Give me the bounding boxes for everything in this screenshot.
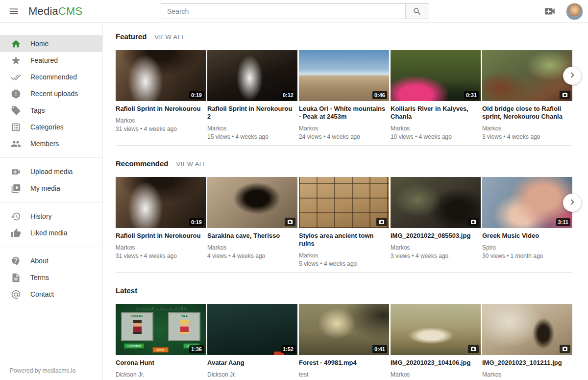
media-title[interactable]: IMG_20201023_104106.jpg bbox=[391, 359, 481, 367]
sidebar-item-about[interactable]: About bbox=[0, 253, 102, 269]
media-title[interactable]: Greek Music Video bbox=[482, 232, 572, 240]
duration-badge: 3:11 bbox=[556, 218, 570, 226]
section-header: Latest bbox=[116, 286, 588, 295]
media-card[interactable]: 0:19 Rafioli Sprint in Nerokourou Markos… bbox=[116, 50, 206, 140]
media-card[interactable]: IMG_20201023_101211.jpg Markos 4 views •… bbox=[482, 304, 572, 380]
media-author[interactable]: Markos bbox=[207, 245, 297, 251]
sidebar-item-categories[interactable]: Categories bbox=[0, 119, 102, 135]
character-sprite bbox=[133, 320, 142, 334]
search-icon bbox=[413, 7, 422, 16]
upload-media-button[interactable] bbox=[541, 3, 558, 20]
media-title[interactable]: Avatar Aang bbox=[207, 359, 297, 367]
sidebar-item-upload-media[interactable]: Upload media bbox=[0, 163, 102, 180]
sidebar-item-history[interactable]: History bbox=[0, 208, 102, 225]
sidebar-item-tags[interactable]: Tags bbox=[0, 102, 102, 119]
media-title[interactable]: Stylos area ancient town ruins bbox=[299, 232, 389, 248]
section-divider bbox=[116, 272, 572, 273]
media-thumbnail[interactable] bbox=[207, 177, 297, 228]
sidebar-item-contact[interactable]: Contact bbox=[0, 286, 102, 303]
sidebar-item-recommended[interactable]: Recommended bbox=[0, 69, 102, 85]
media-card[interactable]: 0:19 Rafioli Sprint in Nerokourou Markos… bbox=[116, 177, 206, 267]
media-author[interactable]: Markos bbox=[116, 245, 206, 251]
media-thumbnail[interactable]: 0:19 bbox=[116, 50, 206, 101]
media-thumbnail[interactable]: 0:31 bbox=[391, 50, 481, 101]
search-button[interactable] bbox=[405, 4, 429, 19]
sidebar-item-recent-uploads[interactable]: Recent uploads bbox=[0, 85, 102, 102]
media-thumbnail[interactable]: 0:46 bbox=[299, 50, 389, 101]
media-title[interactable]: Corona Hunt bbox=[116, 359, 206, 367]
media-title[interactable]: IMG_20201023_101211.jpg bbox=[482, 359, 572, 367]
media-author[interactable]: Markos bbox=[299, 253, 389, 259]
media-card[interactable]: 0:46 Leuka Ori - White mountains - Peak … bbox=[299, 50, 389, 140]
media-title[interactable]: Leuka Ori - White mountains - Peak at 24… bbox=[299, 105, 389, 121]
video-library-icon bbox=[10, 182, 22, 194]
categories-icon bbox=[10, 121, 22, 133]
media-thumbnail[interactable] bbox=[482, 50, 572, 101]
media-author[interactable]: test bbox=[299, 372, 389, 378]
next-arrow-button[interactable] bbox=[563, 67, 581, 85]
media-title[interactable]: Old bridge close to Rafioli sprint, Nero… bbox=[482, 105, 572, 121]
media-card[interactable]: 0:41 Forest - 49981.mp4 test 17 views • … bbox=[299, 304, 389, 380]
media-title[interactable]: Sarakina cave, Therisso bbox=[207, 232, 297, 240]
media-author[interactable]: Markos bbox=[207, 126, 297, 132]
media-thumbnail[interactable] bbox=[391, 177, 481, 228]
media-meta: 3 views • 4 weeks ago bbox=[391, 253, 481, 259]
sidebar-item-my-media[interactable]: My media bbox=[0, 180, 102, 197]
media-card[interactable]: 0:12 Rafioli Sprint in Nerokourou 2 Mark… bbox=[207, 50, 297, 140]
media-card[interactable]: 1:52 Avatar Aang Dickson Jr. 12 views • … bbox=[207, 304, 297, 380]
doc-icon bbox=[10, 272, 22, 283]
media-title[interactable]: Rafioli Sprint in Nerokourou bbox=[116, 105, 206, 113]
sidebar-item-featured[interactable]: Featured bbox=[0, 52, 102, 69]
view-all-link[interactable]: VIEW ALL bbox=[176, 160, 207, 168]
sidebar-item-liked-media[interactable]: Liked media bbox=[0, 225, 102, 241]
media-meta: 24 views • 4 weeks ago bbox=[299, 134, 389, 140]
media-title[interactable]: Koiliaris River in Kalyves, Chania bbox=[391, 105, 481, 121]
brand-logo[interactable]: MediaCMS bbox=[28, 5, 82, 18]
media-author[interactable]: Markos bbox=[299, 126, 389, 132]
media-author[interactable]: Markos bbox=[391, 126, 481, 132]
section-divider bbox=[116, 145, 572, 146]
media-title[interactable]: Rafioli Sprint in Nerokourou 2 bbox=[207, 105, 297, 121]
media-thumbnail[interactable]: CHOOSE A CHARACTER KWAME YAA Selected Se… bbox=[116, 304, 206, 355]
media-thumbnail[interactable] bbox=[482, 304, 572, 355]
media-thumbnail[interactable]: 0:12 bbox=[207, 50, 297, 101]
media-thumbnail[interactable]: 1:52 bbox=[207, 304, 297, 355]
media-author[interactable]: Markos bbox=[482, 372, 572, 378]
sidebar-item-home[interactable]: Home bbox=[0, 35, 102, 52]
media-thumbnail[interactable]: 0:41 bbox=[299, 304, 389, 355]
media-card[interactable]: 0:31 Koiliaris River in Kalyves, Chania … bbox=[391, 50, 481, 140]
media-author[interactable]: Dickson Jr. bbox=[116, 372, 206, 378]
media-title[interactable]: Forest - 49981.mp4 bbox=[299, 359, 389, 367]
view-all-link[interactable]: VIEW ALL bbox=[154, 33, 185, 41]
media-card[interactable]: Old bridge close to Rafioli sprint, Nero… bbox=[482, 50, 572, 140]
search-input[interactable] bbox=[161, 4, 405, 19]
media-title[interactable]: Rafioli Sprint in Nerokourou bbox=[116, 232, 206, 240]
media-title[interactable]: IMG_20201022_085503.jpg bbox=[391, 232, 481, 240]
hamburger-icon bbox=[8, 6, 19, 17]
media-thumbnail[interactable] bbox=[299, 177, 389, 228]
sidebar-item-members[interactable]: Members bbox=[0, 135, 102, 152]
next-arrow-button[interactable] bbox=[563, 194, 581, 212]
header-actions bbox=[541, 0, 583, 23]
media-card[interactable]: IMG_20201023_104106.jpg Markos 4 views •… bbox=[391, 304, 481, 380]
help-icon bbox=[10, 255, 22, 267]
menu-button[interactable] bbox=[4, 1, 24, 21]
media-thumbnail[interactable] bbox=[391, 304, 481, 355]
media-card[interactable]: IMG_20201022_085503.jpg Markos 3 views •… bbox=[391, 177, 481, 267]
user-avatar[interactable] bbox=[566, 3, 583, 20]
media-thumbnail[interactable]: 0:19 bbox=[116, 177, 206, 228]
media-author[interactable]: Markos bbox=[482, 126, 572, 132]
media-author[interactable]: Markos bbox=[391, 372, 481, 378]
media-author[interactable]: Markos bbox=[116, 118, 206, 124]
media-card[interactable]: 3:11 Greek Music Video Spiro 30 views • … bbox=[482, 177, 572, 267]
media-author[interactable]: Dickson Jr. bbox=[207, 372, 297, 378]
media-thumbnail[interactable]: 3:11 bbox=[482, 177, 572, 228]
video-call-icon bbox=[543, 5, 556, 18]
media-author[interactable]: Markos bbox=[391, 245, 481, 251]
media-card[interactable]: CHOOSE A CHARACTER KWAME YAA Selected Se… bbox=[116, 304, 206, 380]
sidebar-item-terms[interactable]: Terms bbox=[0, 269, 102, 286]
chevron-right-icon bbox=[567, 197, 578, 209]
media-card[interactable]: Sarakina cave, Therisso Markos 4 views •… bbox=[207, 177, 297, 267]
media-author[interactable]: Spiro bbox=[482, 245, 572, 251]
media-card[interactable]: Stylos area ancient town ruins Markos 5 … bbox=[299, 177, 389, 267]
